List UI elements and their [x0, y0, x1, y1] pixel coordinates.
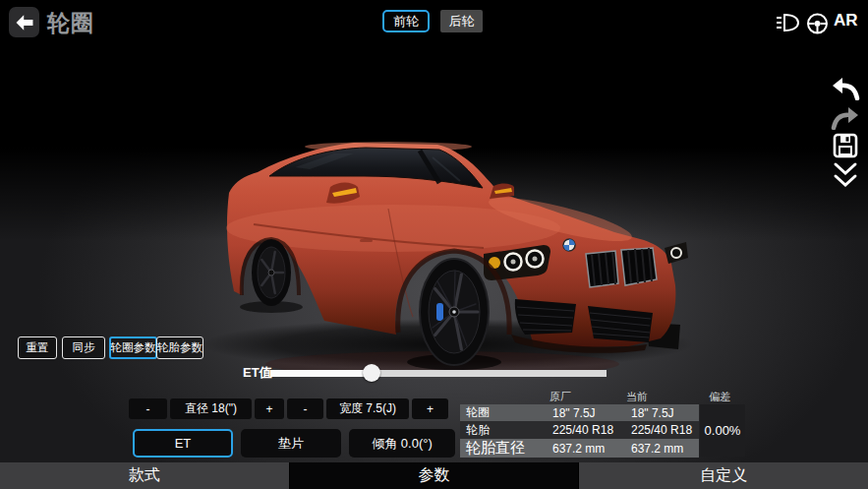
diameter-plus-button[interactable]: + [255, 398, 284, 419]
steering-wheel-icon[interactable] [805, 12, 830, 35]
tab-parameters[interactable]: 参数 [290, 462, 579, 489]
headlight-icon[interactable] [776, 12, 801, 33]
row-label: 轮圈 [460, 404, 552, 421]
table-row-wheel: 轮圈 18" 7.5J 18" 7.5J [460, 404, 699, 421]
tab-front-wheel[interactable]: 前轮 [382, 10, 430, 32]
tab-rear-wheel[interactable]: 后轮 [440, 10, 483, 32]
diameter-value: 直径 18(") [170, 398, 252, 419]
bottom-tab-bar: 款式 参数 自定义 [0, 462, 868, 489]
row-original-value: 18" 7.5J [552, 406, 631, 420]
redo-icon[interactable] [831, 105, 860, 130]
row-current-value: 225/40 R18 [631, 423, 699, 437]
sync-button[interactable]: 同步 [62, 336, 105, 359]
et-slider-fill [270, 370, 372, 377]
page-title: 轮圈 [47, 8, 94, 38]
collapse-panel-icon[interactable] [833, 161, 858, 191]
row-current-value: 18" 7.5J [631, 406, 699, 420]
tab-custom[interactable]: 自定义 [579, 462, 868, 489]
table-row-tire: 轮胎 225/40 R18 225/40 R18 [460, 421, 699, 439]
table-header-current: 当前 [612, 390, 662, 404]
row-original-value: 637.2 mm [552, 442, 631, 456]
mode-camber-button[interactable]: 倾角 0.0(°) [349, 429, 455, 458]
ar-mode-button[interactable]: AR [834, 11, 858, 31]
deviation-value: 0.00% [700, 404, 745, 457]
tab-style[interactable]: 款式 [0, 462, 289, 489]
row-label: 轮胎 [460, 422, 552, 439]
table-header-original: 原厂 [536, 390, 585, 404]
mode-spacer-button[interactable]: 垫片 [241, 429, 341, 458]
save-icon[interactable] [833, 133, 858, 158]
app-window: 轮圈 前轮 后轮 AR 重置 同步 轮圈参数 轮胎参数 ET值 - 直 [0, 0, 868, 489]
back-button[interactable] [9, 7, 39, 37]
row-label: 轮胎直径 [460, 439, 552, 458]
width-plus-button[interactable]: + [412, 398, 448, 419]
table-row-tire-diameter: 轮胎直径 637.2 mm 637.2 mm [460, 439, 699, 458]
diameter-minus-button[interactable]: - [129, 398, 167, 419]
width-minus-button[interactable]: - [287, 398, 323, 419]
back-arrow-icon [15, 14, 34, 31]
reset-button[interactable]: 重置 [18, 336, 57, 359]
et-slider-thumb[interactable] [363, 364, 380, 382]
mode-et-button[interactable]: ET [133, 429, 233, 458]
width-value: 宽度 7.5(J) [326, 398, 409, 419]
row-current-value: 637.2 mm [631, 442, 699, 456]
table-header-deviation: 偏差 [695, 390, 744, 404]
wheel-params-button[interactable]: 轮圈参数 [109, 336, 157, 359]
row-original-value: 225/40 R18 [552, 423, 631, 437]
et-slider[interactable] [270, 370, 607, 377]
undo-icon[interactable] [831, 76, 860, 100]
tire-params-button[interactable]: 轮胎参数 [156, 336, 203, 359]
et-slider-label: ET值 [243, 364, 272, 382]
